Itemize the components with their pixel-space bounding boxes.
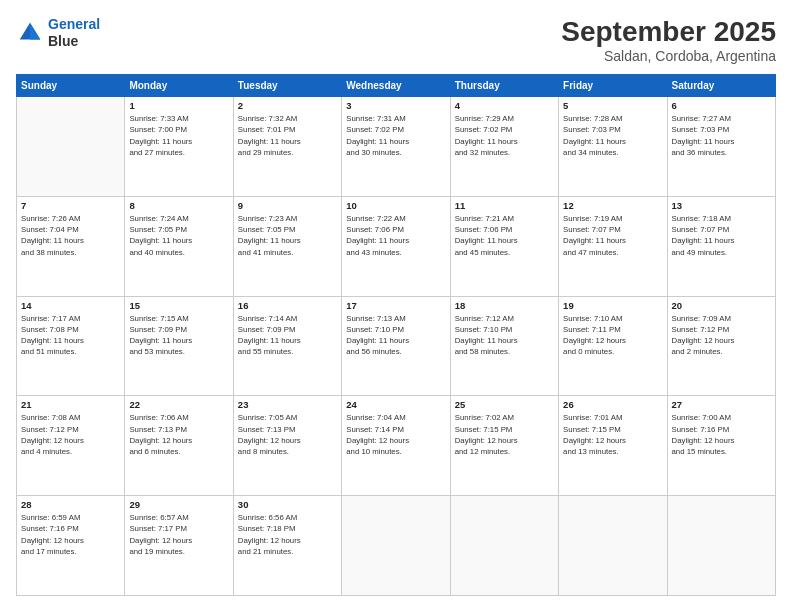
day-number: 2 [238, 100, 337, 111]
day-info: Sunrise: 7:17 AM Sunset: 7:08 PM Dayligh… [21, 313, 120, 358]
day-info: Sunrise: 7:21 AM Sunset: 7:06 PM Dayligh… [455, 213, 554, 258]
table-row: 23Sunrise: 7:05 AM Sunset: 7:13 PM Dayli… [233, 396, 341, 496]
day-number: 3 [346, 100, 445, 111]
table-row: 11Sunrise: 7:21 AM Sunset: 7:06 PM Dayli… [450, 196, 558, 296]
day-info: Sunrise: 7:13 AM Sunset: 7:10 PM Dayligh… [346, 313, 445, 358]
month-title: September 2025 [561, 16, 776, 48]
col-monday: Monday [125, 75, 233, 97]
day-info: Sunrise: 7:04 AM Sunset: 7:14 PM Dayligh… [346, 412, 445, 457]
day-info: Sunrise: 6:57 AM Sunset: 7:17 PM Dayligh… [129, 512, 228, 557]
day-number: 12 [563, 200, 662, 211]
day-info: Sunrise: 7:10 AM Sunset: 7:11 PM Dayligh… [563, 313, 662, 358]
table-row: 3Sunrise: 7:31 AM Sunset: 7:02 PM Daylig… [342, 97, 450, 197]
day-number: 8 [129, 200, 228, 211]
day-number: 17 [346, 300, 445, 311]
table-row: 25Sunrise: 7:02 AM Sunset: 7:15 PM Dayli… [450, 396, 558, 496]
day-info: Sunrise: 7:12 AM Sunset: 7:10 PM Dayligh… [455, 313, 554, 358]
col-wednesday: Wednesday [342, 75, 450, 97]
calendar-body: 1Sunrise: 7:33 AM Sunset: 7:00 PM Daylig… [17, 97, 776, 596]
table-row: 26Sunrise: 7:01 AM Sunset: 7:15 PM Dayli… [559, 396, 667, 496]
page: General Blue September 2025 Saldan, Cord… [0, 0, 792, 612]
table-row: 27Sunrise: 7:00 AM Sunset: 7:16 PM Dayli… [667, 396, 775, 496]
table-row: 29Sunrise: 6:57 AM Sunset: 7:17 PM Dayli… [125, 496, 233, 596]
table-row: 16Sunrise: 7:14 AM Sunset: 7:09 PM Dayli… [233, 296, 341, 396]
day-number: 23 [238, 399, 337, 410]
day-number: 29 [129, 499, 228, 510]
calendar-week-row: 28Sunrise: 6:59 AM Sunset: 7:16 PM Dayli… [17, 496, 776, 596]
day-info: Sunrise: 7:24 AM Sunset: 7:05 PM Dayligh… [129, 213, 228, 258]
title-block: September 2025 Saldan, Cordoba, Argentin… [561, 16, 776, 64]
day-info: Sunrise: 7:00 AM Sunset: 7:16 PM Dayligh… [672, 412, 771, 457]
day-info: Sunrise: 7:28 AM Sunset: 7:03 PM Dayligh… [563, 113, 662, 158]
col-thursday: Thursday [450, 75, 558, 97]
col-tuesday: Tuesday [233, 75, 341, 97]
subtitle: Saldan, Cordoba, Argentina [561, 48, 776, 64]
day-info: Sunrise: 7:14 AM Sunset: 7:09 PM Dayligh… [238, 313, 337, 358]
table-row: 15Sunrise: 7:15 AM Sunset: 7:09 PM Dayli… [125, 296, 233, 396]
day-info: Sunrise: 7:22 AM Sunset: 7:06 PM Dayligh… [346, 213, 445, 258]
day-number: 27 [672, 399, 771, 410]
day-number: 28 [21, 499, 120, 510]
table-row [667, 496, 775, 596]
day-number: 16 [238, 300, 337, 311]
day-info: Sunrise: 6:56 AM Sunset: 7:18 PM Dayligh… [238, 512, 337, 557]
table-row [559, 496, 667, 596]
day-number: 22 [129, 399, 228, 410]
calendar-week-row: 1Sunrise: 7:33 AM Sunset: 7:00 PM Daylig… [17, 97, 776, 197]
calendar-week-row: 21Sunrise: 7:08 AM Sunset: 7:12 PM Dayli… [17, 396, 776, 496]
day-number: 6 [672, 100, 771, 111]
day-info: Sunrise: 7:33 AM Sunset: 7:00 PM Dayligh… [129, 113, 228, 158]
day-number: 14 [21, 300, 120, 311]
day-info: Sunrise: 7:19 AM Sunset: 7:07 PM Dayligh… [563, 213, 662, 258]
day-number: 26 [563, 399, 662, 410]
day-number: 25 [455, 399, 554, 410]
day-number: 1 [129, 100, 228, 111]
day-info: Sunrise: 7:26 AM Sunset: 7:04 PM Dayligh… [21, 213, 120, 258]
day-number: 5 [563, 100, 662, 111]
table-row: 1Sunrise: 7:33 AM Sunset: 7:00 PM Daylig… [125, 97, 233, 197]
table-row: 20Sunrise: 7:09 AM Sunset: 7:12 PM Dayli… [667, 296, 775, 396]
day-info: Sunrise: 7:06 AM Sunset: 7:13 PM Dayligh… [129, 412, 228, 457]
table-row: 6Sunrise: 7:27 AM Sunset: 7:03 PM Daylig… [667, 97, 775, 197]
day-number: 24 [346, 399, 445, 410]
day-number: 9 [238, 200, 337, 211]
table-row: 19Sunrise: 7:10 AM Sunset: 7:11 PM Dayli… [559, 296, 667, 396]
table-row: 7Sunrise: 7:26 AM Sunset: 7:04 PM Daylig… [17, 196, 125, 296]
table-row: 12Sunrise: 7:19 AM Sunset: 7:07 PM Dayli… [559, 196, 667, 296]
day-number: 15 [129, 300, 228, 311]
calendar-week-row: 14Sunrise: 7:17 AM Sunset: 7:08 PM Dayli… [17, 296, 776, 396]
table-row: 10Sunrise: 7:22 AM Sunset: 7:06 PM Dayli… [342, 196, 450, 296]
day-number: 19 [563, 300, 662, 311]
day-info: Sunrise: 7:18 AM Sunset: 7:07 PM Dayligh… [672, 213, 771, 258]
day-info: Sunrise: 7:27 AM Sunset: 7:03 PM Dayligh… [672, 113, 771, 158]
table-row [342, 496, 450, 596]
table-row: 4Sunrise: 7:29 AM Sunset: 7:02 PM Daylig… [450, 97, 558, 197]
table-row [450, 496, 558, 596]
table-row: 30Sunrise: 6:56 AM Sunset: 7:18 PM Dayli… [233, 496, 341, 596]
calendar-header-row: Sunday Monday Tuesday Wednesday Thursday… [17, 75, 776, 97]
day-number: 20 [672, 300, 771, 311]
table-row: 13Sunrise: 7:18 AM Sunset: 7:07 PM Dayli… [667, 196, 775, 296]
header: General Blue September 2025 Saldan, Cord… [16, 16, 776, 64]
col-saturday: Saturday [667, 75, 775, 97]
day-info: Sunrise: 7:02 AM Sunset: 7:15 PM Dayligh… [455, 412, 554, 457]
calendar-table: Sunday Monday Tuesday Wednesday Thursday… [16, 74, 776, 596]
table-row: 18Sunrise: 7:12 AM Sunset: 7:10 PM Dayli… [450, 296, 558, 396]
day-info: Sunrise: 7:23 AM Sunset: 7:05 PM Dayligh… [238, 213, 337, 258]
table-row: 28Sunrise: 6:59 AM Sunset: 7:16 PM Dayli… [17, 496, 125, 596]
table-row: 17Sunrise: 7:13 AM Sunset: 7:10 PM Dayli… [342, 296, 450, 396]
svg-marker-1 [30, 23, 40, 40]
table-row [17, 97, 125, 197]
day-info: Sunrise: 7:29 AM Sunset: 7:02 PM Dayligh… [455, 113, 554, 158]
day-info: Sunrise: 7:32 AM Sunset: 7:01 PM Dayligh… [238, 113, 337, 158]
day-number: 18 [455, 300, 554, 311]
col-friday: Friday [559, 75, 667, 97]
table-row: 9Sunrise: 7:23 AM Sunset: 7:05 PM Daylig… [233, 196, 341, 296]
day-info: Sunrise: 7:31 AM Sunset: 7:02 PM Dayligh… [346, 113, 445, 158]
table-row: 5Sunrise: 7:28 AM Sunset: 7:03 PM Daylig… [559, 97, 667, 197]
day-info: Sunrise: 7:05 AM Sunset: 7:13 PM Dayligh… [238, 412, 337, 457]
table-row: 14Sunrise: 7:17 AM Sunset: 7:08 PM Dayli… [17, 296, 125, 396]
table-row: 22Sunrise: 7:06 AM Sunset: 7:13 PM Dayli… [125, 396, 233, 496]
table-row: 21Sunrise: 7:08 AM Sunset: 7:12 PM Dayli… [17, 396, 125, 496]
table-row: 24Sunrise: 7:04 AM Sunset: 7:14 PM Dayli… [342, 396, 450, 496]
